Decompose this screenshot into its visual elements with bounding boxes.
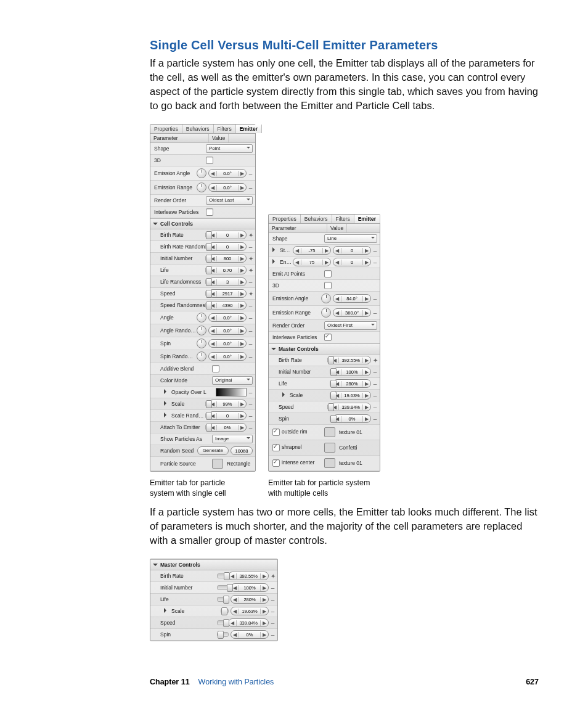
tab-properties[interactable]: Properties [150,125,182,133]
angle-random-stepper[interactable]: ◀0.0°▶ [208,326,247,335]
seed-value[interactable]: 10068 [231,446,253,455]
spin-stepper[interactable]: ◀0%▶ [333,414,371,423]
emission-angle-dial[interactable] [321,293,331,303]
start-y-stepper[interactable]: ◀0▶ [333,246,371,255]
spin-slider[interactable] [330,416,331,421]
tab-behaviors[interactable]: Behaviors [182,125,214,133]
scale-slider[interactable] [205,401,206,406]
emission-range-dial[interactable] [321,308,331,318]
cell-0[interactable]: outside rim [271,429,324,436]
mc-scale[interactable]: Scale [153,608,221,614]
interleave-checkbox[interactable] [324,334,332,341]
color-mode-select[interactable]: Original [212,376,253,385]
tab-properties[interactable]: Properties [269,215,301,223]
scale-stepper[interactable]: ◀19.63%▶ [333,391,371,400]
scale-stepper[interactable]: ◀99%▶ [208,400,247,408]
tab-filters[interactable]: Filters [214,125,236,133]
mc-scale-slider[interactable] [221,609,229,614]
end-x-stepper[interactable]: ◀75▶ [293,258,331,266]
life-stepper[interactable]: ◀0.70▶ [208,266,247,274]
spin-stepper[interactable]: ◀0.0°▶ [208,339,247,348]
mc-scale-stepper[interactable]: ◀19.63%▶ [231,607,269,615]
3d-checkbox[interactable] [324,282,332,289]
scale-random-slider[interactable] [205,413,206,418]
opacity-gradient[interactable] [216,388,247,396]
shape-select[interactable]: Point [206,144,253,153]
render-order-select[interactable]: Oldest First [324,321,377,330]
attach-stepper[interactable]: ◀0%▶ [208,423,247,432]
tab-emitter[interactable]: Emitter [236,125,262,133]
life-random-stepper[interactable]: ◀3▶ [208,277,247,286]
param-scale[interactable]: Scale [271,392,330,398]
mc-spin-stepper[interactable]: ◀0%▶ [231,630,269,639]
master-controls-header-zoom[interactable]: Master Controls [150,559,277,570]
speed-stepper[interactable]: ◀2917▶ [208,289,247,298]
speed-slider[interactable] [327,404,329,409]
emission-range-stepper[interactable]: ◀360.0°▶ [333,308,371,317]
tab-filters[interactable]: Filters [332,215,354,223]
angle-random-dial[interactable] [197,326,206,335]
spin-random-dial[interactable] [197,351,206,361]
emission-angle-stepper[interactable]: ◀84.0°▶ [333,294,371,303]
initial-number-stepper[interactable]: ◀100%▶ [333,367,371,376]
speed-stepper[interactable]: ◀339.84%▶ [330,403,371,411]
end-y-stepper[interactable]: ◀0▶ [333,258,371,266]
render-order-select[interactable]: Oldest Last [206,196,253,205]
shape-select[interactable]: Line [324,234,377,243]
cell-2[interactable]: intense center [271,459,324,467]
initial-number-stepper[interactable]: ◀800▶ [208,254,247,263]
emission-angle-stepper[interactable]: ◀0.0°▶ [208,169,247,178]
cell-1[interactable]: shrapnel [271,444,324,451]
life-random-slider[interactable] [205,279,206,284]
mc-life-slider[interactable] [217,597,229,602]
spin-random-stepper[interactable]: ◀0.0°▶ [208,352,247,361]
birth-rate-stepper[interactable]: ◀392.55%▶ [330,356,371,364]
show-particles-select[interactable]: Image [212,435,253,443]
scale-slider[interactable] [330,393,331,398]
start-x-stepper[interactable]: ◀-75▶ [293,246,331,255]
birth-rate-slider[interactable] [205,232,206,237]
spin-dial[interactable] [197,339,206,348]
mc-initial-number-slider[interactable] [217,585,229,590]
cell-2-thumb[interactable] [324,458,335,468]
angle-dial[interactable] [197,313,206,322]
mc-speed-slider[interactable] [217,620,226,625]
speed-random-stepper[interactable]: ◀4390▶ [208,301,247,310]
source-thumbnail[interactable] [212,459,223,469]
interleave-checkbox[interactable] [206,208,213,216]
cell-0-thumb[interactable] [324,427,335,437]
emit-at-points-checkbox[interactable] [324,270,332,277]
emission-angle-dial[interactable] [197,168,206,178]
tab-emitter[interactable]: Emitter [354,215,380,223]
life-stepper[interactable]: ◀280%▶ [333,379,371,388]
birth-rate-stepper[interactable]: ◀0▶ [208,231,247,239]
generate-button[interactable]: Generate [197,446,229,455]
3d-checkbox[interactable] [206,157,213,164]
mc-initial-number-stepper[interactable]: ◀100%▶ [231,583,269,592]
speed-slider[interactable] [205,291,206,296]
mc-speed-stepper[interactable]: ◀339.84%▶ [228,618,269,627]
attach-slider[interactable] [205,425,206,430]
initial-number-slider[interactable] [330,369,331,374]
mc-birth-rate-stepper[interactable]: ◀392.55%▶ [228,572,269,580]
emission-range-dial[interactable] [197,183,206,192]
mc-birth-rate-slider[interactable] [217,573,226,578]
tab-behaviors[interactable]: Behaviors [301,215,332,223]
cell-1-thumb[interactable] [324,443,335,453]
scale-random-stepper[interactable]: ◀0▶ [208,411,247,420]
angle-stepper[interactable]: ◀0.0°▶ [208,313,247,322]
birth-rate-random-slider[interactable] [205,244,206,249]
life-slider[interactable] [205,268,206,273]
initial-number-slider[interactable] [205,256,206,261]
additive-blend-checkbox[interactable] [212,365,219,372]
master-controls-header[interactable]: Master Controls [269,343,380,355]
emission-range-stepper[interactable]: ◀0.0°▶ [208,183,247,192]
birth-rate-random-stepper[interactable]: ◀0▶ [208,242,247,251]
param-start-point[interactable]: Start Point [271,247,293,253]
mc-spin-slider[interactable] [217,632,229,637]
mc-life-stepper[interactable]: ◀280%▶ [231,595,269,604]
life-slider[interactable] [330,381,331,386]
cell-controls-header[interactable]: Cell Controls [150,218,255,229]
param-end-point[interactable]: End Point [271,259,293,265]
speed-random-slider[interactable] [205,303,206,308]
